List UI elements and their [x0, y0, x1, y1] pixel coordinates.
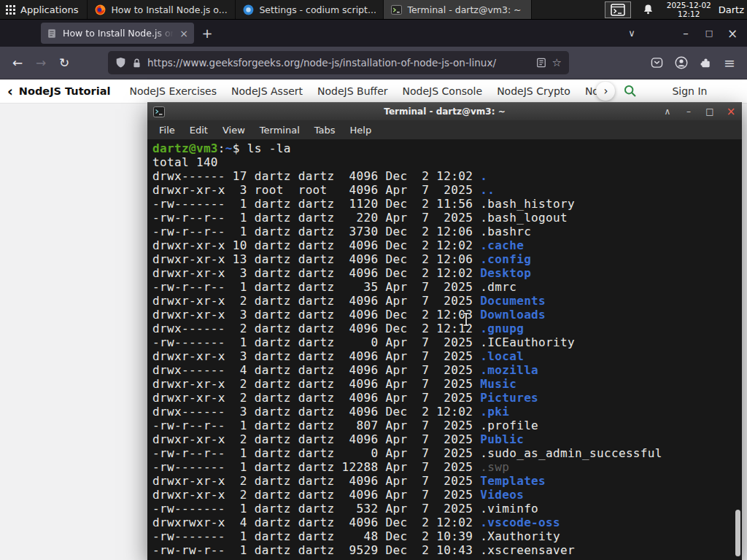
tab-strip: How to Install Node.js on... × + ∨ – □ ×	[0, 20, 747, 47]
site-nav-active-link[interactable]: NodeJS Tutorial	[19, 85, 111, 97]
shield-icon[interactable]	[115, 57, 126, 69]
taskbar-item-firefox[interactable]: How to Install Node.js o...	[88, 0, 236, 19]
account-icon[interactable]	[675, 56, 688, 69]
terminal-line: drwxr-xr-x 3 dartz dartz 4096 Apr 7 2025…	[152, 349, 742, 363]
site-nav-link[interactable]: NodeJS Console	[403, 85, 483, 97]
terminal-line: drwx------ 3 dartz dartz 4096 Dec 2 12:0…	[152, 405, 742, 419]
terminal-menu-tabs[interactable]: Tabs	[307, 123, 343, 137]
sign-in-link[interactable]: Sign In	[672, 85, 707, 97]
terminal-shade-icon[interactable]: ∧	[662, 106, 673, 117]
clock[interactable]: 2025-12-02 12:12	[661, 0, 717, 19]
terminal-minimize-button[interactable]: –	[684, 106, 694, 117]
terminal-content[interactable]: dartz@vm3:~$ ls -la total 140 drwx------…	[147, 139, 742, 560]
toolbar-right-icons: ≡	[651, 55, 735, 71]
applications-menu-button[interactable]: Applications	[0, 0, 88, 19]
terminal-menu-terminal[interactable]: Terminal	[252, 123, 307, 137]
terminal-line: drwx------ 2 dartz dartz 4096 Dec 2 12:1…	[152, 322, 742, 335]
terminal-line: drwxr-xr-x 2 dartz dartz 4096 Apr 7 2025…	[152, 474, 742, 488]
tray-terminal-button[interactable]	[605, 1, 631, 18]
terminal-line: drwx------ 17 dartz dartz 4096 Dec 2 12:…	[152, 169, 742, 183]
nav-next-icon[interactable]: ›	[596, 82, 615, 101]
applications-grid-icon	[6, 5, 15, 15]
search-icon	[624, 85, 637, 98]
terminal-line: -rw------- 1 dartz dartz 532 Apr 7 2025 …	[152, 502, 742, 516]
site-nav-link[interactable]: NodeJS Crypto	[497, 85, 570, 97]
search-button[interactable]	[624, 85, 637, 98]
site-nav-bar: ‹ NodeJS Tutorial NodeJS ExercisesNodeJS…	[0, 79, 747, 104]
tab-title: How to Install Node.js on...	[63, 28, 174, 39]
url-text: https://www.geeksforgeeks.org/node-js/in…	[147, 57, 530, 69]
pocket-icon[interactable]	[651, 57, 663, 69]
window-minimize-button[interactable]: –	[674, 23, 697, 44]
taskbar-item-label: How to Install Node.js o...	[111, 4, 227, 15]
tabs-dropdown-icon[interactable]: ∨	[622, 23, 642, 44]
browser-toolbar: ← → ↻ https://www.geeksforgeeks.org/node…	[0, 47, 747, 79]
new-tab-button[interactable]: +	[197, 23, 217, 44]
extensions-icon[interactable]	[700, 57, 712, 69]
terminal-line: -rw------- 1 dartz dartz 12288 Apr 7 202…	[152, 460, 742, 474]
top-panel: Applications How to Install Node.js o...…	[0, 0, 747, 20]
terminal-menu-edit[interactable]: Edit	[182, 123, 215, 137]
terminal-listing: drwx------ 17 dartz dartz 4096 Dec 2 12:…	[152, 169, 742, 557]
url-bar[interactable]: https://www.geeksforgeeks.org/node-js/in…	[108, 51, 569, 74]
terminal-titlebar[interactable]: Terminal - dartz@vm3: ~ ∧ – □ ×	[147, 102, 742, 120]
applications-label: Applications	[20, 4, 78, 15]
browser-tab[interactable]: How to Install Node.js on... ×	[41, 23, 194, 44]
terminal-scrollbar[interactable]	[735, 510, 740, 556]
terminal-line: drwx------ 4 dartz dartz 4096 Apr 7 2025…	[152, 363, 742, 377]
terminal-line: -rw-r--r-- 1 dartz dartz 3730 Dec 2 12:0…	[152, 225, 742, 238]
terminal-line: -rw------- 1 dartz dartz 48 Dec 2 10:39 …	[152, 529, 742, 543]
site-nav-link[interactable]: NodeJS Exercises	[129, 85, 217, 97]
reader-view-icon[interactable]	[536, 58, 546, 68]
forward-icon[interactable]: →	[29, 51, 53, 74]
terminal-maximize-button[interactable]: □	[705, 106, 715, 117]
terminal-line: -rw-r--r-- 1 dartz dartz 35 Apr 7 2025 .…	[152, 280, 742, 294]
nav-prev-icon[interactable]: ‹	[7, 83, 13, 99]
reload-icon[interactable]: ↻	[53, 51, 76, 74]
bell-icon	[643, 4, 654, 15]
menu-icon[interactable]: ≡	[724, 55, 735, 71]
terminal-app-icon	[153, 106, 165, 117]
terminal-line: drwxr-xr-x 10 dartz dartz 4096 Dec 2 12:…	[152, 238, 742, 252]
site-nav-link[interactable]: NodeJS Assert	[231, 85, 303, 97]
terminal-prompt-line: dartz@vm3:~$ ls -la	[152, 141, 742, 155]
terminal-menu-view[interactable]: View	[215, 123, 252, 137]
site-nav-link[interactable]: NodeJS Buffer	[317, 85, 388, 97]
clock-time: 12:12	[667, 9, 711, 18]
terminal-line: drwxr-xr-x 2 dartz dartz 4096 Apr 7 2025…	[152, 391, 742, 405]
terminal-line: -rw-r--r-- 1 dartz dartz 0 Apr 7 2025 .s…	[152, 446, 742, 460]
bookmark-star-icon[interactable]: ☆	[552, 56, 562, 69]
settings-icon	[243, 4, 254, 15]
site-nav-links: NodeJS ExercisesNodeJS AssertNodeJS Buff…	[122, 85, 609, 97]
tab-close-icon[interactable]: ×	[179, 28, 188, 39]
terminal-line: -rw------- 1 dartz dartz 1120 Dec 2 11:5…	[152, 197, 742, 211]
terminal-window-icon	[611, 4, 625, 16]
terminal-line: -rw------- 1 dartz dartz 0 Apr 7 2025 .I…	[152, 335, 742, 349]
notifications-bell-button[interactable]	[643, 4, 654, 15]
terminal-window-controls: ∧ – □ ×	[662, 105, 736, 118]
terminal-line: drwxr-xr-x 3 root root 4096 Apr 7 2025 .…	[152, 183, 742, 197]
prompt-symbol: $	[233, 141, 247, 155]
taskbar-item-label: Settings - codium script...	[259, 4, 376, 15]
prompt-separator: :	[218, 141, 225, 155]
terminal-menu-help[interactable]: Help	[343, 123, 379, 137]
terminal-line: -rw-r--r-- 1 dartz dartz 220 Apr 7 2025 …	[152, 211, 742, 225]
lock-icon[interactable]	[132, 58, 142, 69]
terminal-line: drwxr-xr-x 3 dartz dartz 4096 Dec 2 12:0…	[152, 308, 742, 322]
window-maximize-button[interactable]: □	[697, 23, 721, 44]
window-controls: – □ ×	[674, 23, 744, 44]
taskbar-item-settings[interactable]: Settings - codium script...	[236, 0, 384, 19]
back-icon[interactable]: ←	[6, 51, 29, 74]
clock-date: 2025-12-02	[667, 1, 711, 9]
terminal-menu-file[interactable]: File	[152, 123, 182, 137]
terminal-line: drwxr-xr-x 2 dartz dartz 4096 Apr 7 2025…	[152, 432, 742, 446]
terminal-line: -rw-r--r-- 1 dartz dartz 807 Apr 7 2025 …	[152, 419, 742, 432]
terminal-total-line: total 140	[152, 155, 742, 169]
taskbar-item-terminal[interactable]: Terminal - dartz@vm3: ~	[384, 0, 532, 19]
terminal-close-button[interactable]: ×	[726, 105, 736, 118]
terminal-menubar: FileEditViewTerminalTabsHelp	[147, 120, 742, 139]
panel-user-label[interactable]: Dartz	[717, 0, 747, 19]
page-favicon-icon	[47, 28, 57, 39]
window-close-button[interactable]: ×	[721, 23, 744, 44]
prompt-user-host: dartz@vm3	[152, 141, 218, 155]
